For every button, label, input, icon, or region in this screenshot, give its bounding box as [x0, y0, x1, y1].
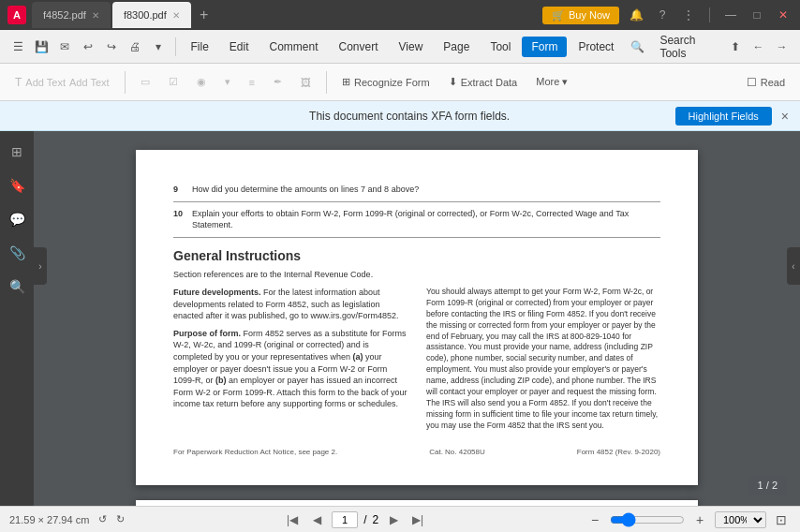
zoom-controls: − + 100% 75% 50% 125% 150% ⊡: [585, 510, 791, 529]
highlight-fields-button[interactable]: Highlight Fields: [675, 107, 772, 126]
page1-footer-form: Form 4852 (Rev. 9-2020): [577, 447, 660, 457]
zoom-in-button[interactable]: +: [690, 510, 709, 529]
notification-close-button[interactable]: ×: [781, 109, 789, 124]
add-text-button[interactable]: T Add Text Add Text: [7, 72, 117, 93]
dropdown-btn[interactable]: ▾: [217, 72, 238, 92]
gi-subtitle: Section references are to the Internal R…: [173, 269, 660, 281]
dropdown-icon[interactable]: ▾: [148, 34, 170, 60]
help-icon[interactable]: ?: [653, 6, 672, 24]
forward-icon[interactable]: →: [771, 34, 793, 60]
save-icon[interactable]: 💾: [31, 34, 52, 60]
question-9-row: 9 How did you determine the amounts on l…: [173, 184, 660, 202]
menu-hamburger-icon[interactable]: ☰: [7, 34, 29, 60]
sign-button[interactable]: ✒: [266, 72, 289, 92]
menu-home[interactable]: File: [181, 37, 217, 57]
status-left: 21.59 × 27.94 cm ↺ ↻: [9, 513, 125, 525]
toolbar-divider-1: [125, 71, 126, 94]
tab-f8300-label: f8300.pdf: [124, 9, 167, 21]
overflow-menu-icon[interactable]: ⋮: [679, 6, 698, 24]
tab-f4852[interactable]: f4852.pdf ✕: [32, 2, 111, 28]
zoom-out-button[interactable]: −: [585, 510, 604, 529]
minimize-button[interactable]: —: [721, 6, 740, 24]
gi-columns: Future developments. For the latest info…: [173, 287, 660, 432]
tab-f4852-close[interactable]: ✕: [92, 10, 99, 21]
page-badge: 1 / 2: [748, 476, 787, 495]
menu-edit[interactable]: Edit: [220, 37, 259, 57]
tab-f4852-label: f4852.pdf: [43, 9, 86, 21]
panel-pages-icon[interactable]: ⊞: [4, 139, 30, 165]
buy-now-label: Buy Now: [569, 9, 610, 21]
close-button[interactable]: ✕: [774, 6, 793, 24]
add-text-label: Add Text: [25, 77, 66, 88]
share-icon[interactable]: ⬆: [724, 34, 746, 60]
menu-tool[interactable]: Tool: [481, 37, 520, 57]
menu-bar: ☰ 💾 ✉ ↩ ↪ 🖨 ▾ File Edit Comment Convert …: [0, 30, 800, 64]
panel-attachments-icon[interactable]: 📎: [4, 240, 30, 266]
collapse-right-panel-button[interactable]: ‹: [787, 247, 800, 285]
prev-page-button[interactable]: ◀: [307, 510, 326, 529]
buy-now-button[interactable]: 🛒 Buy Now: [542, 7, 619, 24]
zoom-select[interactable]: 100% 75% 50% 125% 150%: [715, 511, 766, 528]
document-dimensions: 21.59 × 27.94 cm: [9, 514, 89, 525]
gi-future-heading: Future developments.: [173, 288, 261, 297]
back-icon[interactable]: ←: [748, 34, 769, 60]
question-10-row: 10 Explain your efforts to obtain Form W…: [173, 208, 660, 238]
gi-left-column: Future developments. For the latest info…: [173, 287, 407, 432]
page1-footer-cat: Cat. No. 42058U: [429, 447, 485, 457]
read-toggle[interactable]: ☐ Read: [739, 72, 793, 93]
email-icon[interactable]: ✉: [54, 34, 76, 60]
page-separator: /: [363, 513, 366, 526]
question-10-number: 10: [173, 208, 185, 231]
title-bar-left: A f4852.pdf ✕ f8300.pdf ✕ +: [7, 2, 215, 28]
current-page-input[interactable]: [332, 511, 358, 528]
collapse-panel-button[interactable]: ›: [34, 247, 47, 285]
redo-icon[interactable]: ↪: [101, 34, 123, 60]
menu-divider-1: [175, 37, 176, 56]
page1-footer-left: For Paperwork Reduction Act Notice, see …: [173, 447, 337, 457]
menu-page[interactable]: Page: [434, 37, 479, 57]
extract-icon: ⬇: [449, 76, 457, 88]
menu-form[interactable]: Form: [522, 37, 567, 57]
question-9-number: 9: [173, 184, 185, 196]
panel-comments-icon[interactable]: 💬: [4, 206, 30, 232]
more-button[interactable]: More ▾: [528, 72, 575, 92]
acrobat-icon: A: [7, 6, 26, 24]
general-instructions: General Instructions Section references …: [173, 247, 660, 432]
radio-button[interactable]: ◉: [189, 72, 214, 92]
rotate-icon[interactable]: ↻: [116, 513, 125, 525]
total-pages: 2: [372, 513, 378, 526]
panel-search-icon[interactable]: 🔍: [4, 273, 30, 300]
tab-f8300-close[interactable]: ✕: [172, 10, 180, 21]
print-icon[interactable]: 🖨: [125, 34, 146, 60]
gi-purpose-heading: Purpose of form.: [173, 329, 241, 338]
radio-icon: ◉: [197, 76, 206, 88]
status-bar: 21.59 × 27.94 cm ↺ ↻ |◀ ◀ / 2 ▶ ▶| − + 1…: [0, 506, 800, 532]
recognize-form-button[interactable]: ⊞ Recognize Form: [334, 72, 437, 92]
reset-icon[interactable]: ↺: [98, 513, 107, 525]
first-page-button[interactable]: |◀: [283, 510, 302, 529]
last-page-button[interactable]: ▶|: [408, 510, 427, 529]
page-view[interactable]: 9 How did you determine the amounts on l…: [34, 131, 800, 506]
menu-convert[interactable]: Convert: [330, 37, 388, 57]
form-toolbar: T Add Text Add Text ▭ ☑ ◉ ▾ ≡ ✒ 🖼 ⊞ Reco…: [0, 64, 800, 101]
maximize-button[interactable]: □: [748, 6, 766, 24]
image-button[interactable]: 🖼: [293, 73, 319, 92]
fit-page-button[interactable]: ⊡: [772, 510, 791, 529]
search-tools-label[interactable]: Search Tools: [650, 30, 722, 64]
menu-protect[interactable]: Protect: [569, 37, 623, 57]
search-tools-icon[interactable]: 🔍: [627, 34, 648, 60]
checkbox-button[interactable]: ☑: [161, 72, 185, 92]
new-tab-button[interactable]: +: [193, 4, 215, 26]
listbox-button[interactable]: ≡: [242, 73, 262, 92]
left-panel: ⊞ 🔖 💬 📎 🔍: [0, 131, 34, 506]
panel-bookmarks-icon[interactable]: 🔖: [4, 172, 30, 199]
extract-data-button[interactable]: ⬇ Extract Data: [441, 72, 526, 92]
zoom-slider[interactable]: [610, 512, 685, 527]
undo-icon[interactable]: ↩: [78, 34, 99, 60]
next-page-button[interactable]: ▶: [384, 510, 403, 529]
menu-comment[interactable]: Comment: [260, 37, 328, 57]
title-bar: A f4852.pdf ✕ f8300.pdf ✕ + 🛒 Buy Now 🔔 …: [0, 0, 800, 30]
tab-f8300[interactable]: f8300.pdf ✕: [112, 2, 191, 28]
field-button[interactable]: ▭: [133, 72, 157, 92]
menu-view[interactable]: View: [390, 37, 433, 57]
